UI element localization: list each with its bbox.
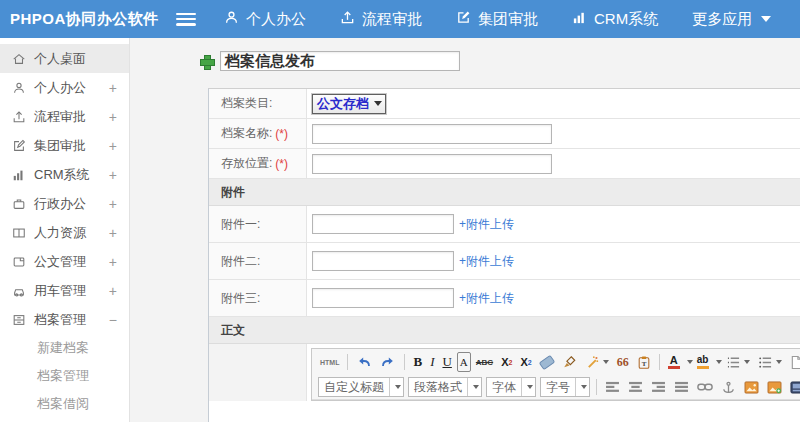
bold-button[interactable]: B (410, 352, 425, 372)
nav-personal-office[interactable]: 个人办公 (224, 10, 306, 29)
sidebar-item-crm[interactable]: CRM系统 + (0, 160, 129, 189)
italic-button[interactable]: I (427, 352, 437, 372)
clean-format-icon[interactable] (559, 352, 580, 372)
align-justify-icon[interactable] (671, 377, 692, 397)
rich-text-editor: HTML B I U A ABC X2 X2 (311, 348, 800, 401)
editor-toolbar-row2: 自定义标题 段落格式 字体 字号 (312, 375, 800, 400)
toolbar-separator (596, 379, 597, 395)
font-dialog-button[interactable]: A (457, 352, 471, 372)
font-size-select[interactable]: 字号 (540, 377, 590, 397)
align-center-icon[interactable] (625, 377, 646, 397)
form-row-attachment-1: 附件一: +附件上传 (209, 206, 800, 243)
attachment2-upload-link[interactable]: +附件上传 (459, 253, 514, 270)
eraser-icon[interactable] (537, 352, 557, 372)
svg-text:T: T (641, 360, 646, 368)
sidebar-subitem-archive-borrow[interactable]: 档案借阅 (0, 390, 129, 418)
category-label: 档案类目: (209, 89, 307, 118)
caret-down-icon (374, 101, 382, 106)
paragraph-format-select[interactable]: 段落格式 (408, 377, 482, 397)
attachment2-label: 附件二: (209, 243, 307, 279)
align-right-icon[interactable] (648, 377, 669, 397)
name-label: 档案名称:(*) (209, 119, 307, 148)
sidebar-item-document-mgmt[interactable]: 公文管理 + (0, 247, 129, 276)
location-label: 存放位置:(*) (209, 149, 307, 178)
media-icon[interactable] (787, 377, 800, 397)
custom-title-select[interactable]: 自定义标题 (318, 377, 404, 397)
caret-down-icon (603, 360, 609, 364)
sidebar-item-hr[interactable]: 人力资源 + (0, 218, 129, 247)
sidebar-item-archive-mgmt[interactable]: 档案管理 − (0, 305, 129, 334)
bar-chart-icon (572, 10, 587, 28)
link-icon[interactable] (694, 377, 716, 397)
subscript-button[interactable]: X2 (517, 352, 534, 372)
app-logo[interactable]: PHPOA协同办公软件 (0, 10, 172, 29)
caret-down-icon (776, 360, 782, 364)
ordered-list-icon[interactable] (723, 352, 753, 372)
top-nav: 个人办公 流程审批 集团审批 CRM系统 更多应用 (224, 10, 771, 29)
hamburger-menu-icon[interactable] (176, 13, 196, 26)
caret-down-icon (527, 385, 533, 389)
underline-button[interactable]: U (439, 352, 454, 372)
sidebar-item-desktop[interactable]: 个人桌面 (0, 44, 129, 73)
sidebar-item-vehicle-mgmt[interactable]: 用车管理 + (0, 276, 129, 305)
document-icon (11, 254, 26, 269)
font-color-button[interactable]: A (665, 352, 683, 372)
sidebar-subitem-archive-mgmt[interactable]: 档案管理 (0, 362, 129, 390)
toolbar-separator (659, 354, 660, 370)
superscript-button[interactable]: X2 (498, 352, 515, 372)
attachment1-upload-link[interactable]: +附件上传 (459, 216, 514, 233)
paste-text-icon[interactable]: T (634, 352, 654, 372)
unordered-list-icon[interactable] (755, 352, 785, 372)
form-row-category: 档案类目: 公文存档 (209, 89, 800, 119)
align-left-icon[interactable] (602, 377, 623, 397)
attachment2-input[interactable] (312, 251, 454, 271)
required-mark: (*) (275, 157, 288, 171)
new-page-icon[interactable] (787, 352, 800, 372)
open-book-icon (11, 225, 26, 240)
toolbar-separator (347, 354, 348, 370)
html-source-button[interactable]: HTML (317, 352, 342, 372)
caret-down-icon (761, 16, 771, 22)
sidebar-subitem-new-archive[interactable]: 新建档案 (0, 334, 129, 362)
nav-crm[interactable]: CRM系统 (572, 10, 658, 29)
font-family-select[interactable]: 字体 (486, 377, 536, 397)
body-section-header: 正文 (209, 317, 800, 344)
caret-down-icon[interactable] (716, 360, 722, 364)
editor-toolbar-row1: HTML B I U A ABC X2 X2 (312, 349, 800, 375)
caret-down-icon (744, 360, 750, 364)
nav-more-apps[interactable]: 更多应用 (692, 10, 771, 29)
sidebar-item-workflow-approval[interactable]: 流程审批 + (0, 102, 129, 131)
redo-icon[interactable] (377, 352, 399, 372)
attachment3-upload-link[interactable]: +附件上传 (459, 290, 514, 307)
attachments-section-header: 附件 (209, 179, 800, 206)
caret-down-icon[interactable] (687, 360, 693, 364)
category-select[interactable]: 公文存档 (312, 94, 386, 114)
home-icon (11, 51, 26, 66)
sidebar-item-personal-office[interactable]: 个人办公 + (0, 73, 129, 102)
image-icon[interactable] (741, 377, 762, 397)
workflow-icon (11, 109, 26, 124)
format-painter-icon[interactable] (582, 352, 612, 372)
archive-name-input[interactable] (312, 124, 552, 144)
blockquote-button[interactable]: 66 (614, 352, 632, 372)
image-upload-icon[interactable] (764, 377, 785, 397)
topbar: PHPOA协同办公软件 个人办公 流程审批 集团审批 CRM系统 (0, 0, 800, 38)
sidebar-item-group-approval[interactable]: 集团审批 + (0, 131, 129, 160)
undo-icon[interactable] (353, 352, 375, 372)
sidebar-item-admin-office[interactable]: 行政办公 + (0, 189, 129, 218)
form-row-attachment-3: 附件三: +附件上传 (209, 280, 800, 317)
workflow-icon (340, 10, 355, 28)
anchor-icon[interactable] (718, 377, 739, 397)
nav-group-approval[interactable]: 集团审批 (456, 10, 538, 29)
form-row-attachment-2: 附件二: +附件上传 (209, 243, 800, 280)
strikethrough-button[interactable]: ABC (473, 352, 496, 372)
person-icon (11, 80, 26, 95)
highlight-color-button[interactable]: ab (694, 352, 712, 372)
body-editor-label (209, 344, 307, 401)
archive-icon (11, 312, 26, 327)
nav-workflow-approval[interactable]: 流程审批 (340, 10, 422, 29)
attachment1-input[interactable] (312, 214, 454, 234)
attachment3-input[interactable] (312, 288, 454, 308)
form-row-body-editor: HTML B I U A ABC X2 X2 (209, 344, 800, 401)
storage-location-input[interactable] (312, 154, 552, 174)
